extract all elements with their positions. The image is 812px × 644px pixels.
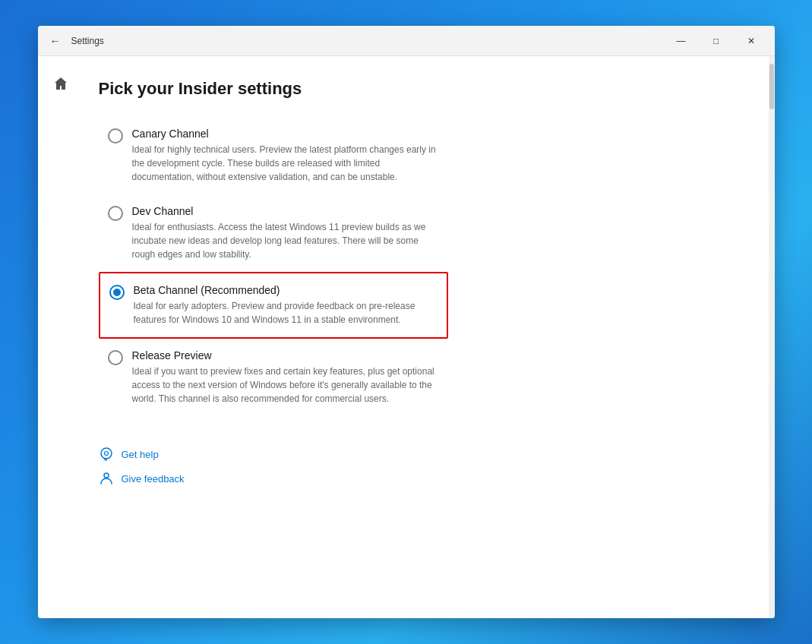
page-title: Pick your Insider settings (99, 79, 738, 99)
option-canary-title: Canary Channel (132, 128, 439, 140)
maximize-button[interactable]: □ (699, 26, 734, 56)
radio-beta[interactable] (109, 285, 125, 300)
sidebar (38, 56, 84, 618)
radio-beta-inner (113, 289, 121, 296)
option-beta[interactable]: Beta Channel (Recommended) Ideal for ear… (99, 272, 448, 339)
radio-dev[interactable] (108, 206, 123, 221)
svg-point-0 (101, 448, 112, 459)
radio-release[interactable] (108, 350, 123, 365)
settings-window: ← Settings — □ ✕ Pick your Insider setti… (38, 26, 775, 618)
scrollbar-thumb[interactable] (769, 64, 774, 109)
option-dev[interactable]: Dev Channel Ideal for enthusiasts. Acces… (99, 194, 448, 272)
title-bar: ← Settings — □ ✕ (38, 26, 775, 56)
scrollbar-track (769, 56, 775, 618)
window-title: Settings (71, 36, 664, 46)
window-controls: — □ ✕ (664, 26, 769, 56)
option-dev-title: Dev Channel (132, 205, 439, 217)
option-beta-desc: Ideal for early adopters. Preview and pr… (134, 299, 438, 327)
home-button[interactable] (46, 68, 76, 99)
svg-point-1 (104, 452, 108, 456)
option-canary-text: Canary Channel Ideal for highly technica… (132, 128, 439, 184)
main-content: Pick your Insider settings Canary Channe… (84, 56, 769, 618)
option-dev-desc: Ideal for enthusiasts. Access the latest… (132, 220, 439, 261)
get-help-link[interactable]: Get help (99, 447, 738, 462)
content-area: Pick your Insider settings Canary Channe… (38, 56, 775, 618)
option-beta-text: Beta Channel (Recommended) Ideal for ear… (134, 284, 438, 327)
get-help-label: Get help (122, 449, 159, 460)
option-canary-desc: Ideal for highly technical users. Previe… (132, 143, 439, 184)
option-release[interactable]: Release Preview Ideal if you want to pre… (99, 339, 448, 416)
get-help-icon (99, 447, 114, 462)
give-feedback-label: Give feedback (122, 473, 185, 485)
option-dev-text: Dev Channel Ideal for enthusiasts. Acces… (132, 205, 439, 261)
give-feedback-link[interactable]: Give feedback (99, 471, 738, 486)
option-release-text: Release Preview Ideal if you want to pre… (132, 349, 439, 406)
option-release-title: Release Preview (132, 349, 439, 361)
svg-point-3 (104, 473, 109, 478)
back-button[interactable]: ← (44, 30, 67, 52)
close-button[interactable]: ✕ (734, 26, 769, 56)
give-feedback-icon (99, 471, 114, 486)
footer-links: Get help Give feedback (99, 447, 738, 486)
minimize-button[interactable]: — (664, 26, 699, 56)
insider-options: Canary Channel Ideal for highly technica… (99, 117, 448, 416)
option-canary[interactable]: Canary Channel Ideal for highly technica… (99, 117, 448, 194)
radio-canary[interactable] (108, 128, 123, 144)
option-beta-title: Beta Channel (Recommended) (134, 284, 438, 296)
option-release-desc: Ideal if you want to preview fixes and c… (132, 365, 439, 406)
